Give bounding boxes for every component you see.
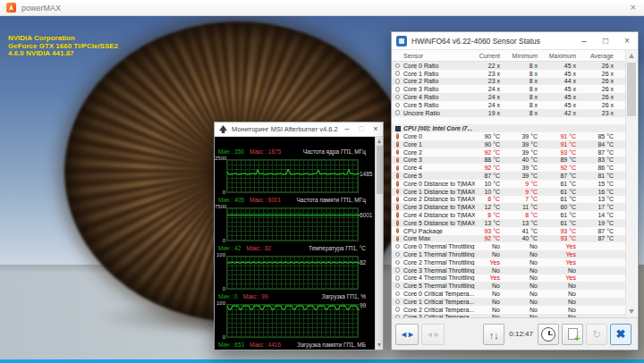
sensor-row[interactable]: Core 2 Thermal ThrottlingYesNoYes — [392, 258, 625, 266]
minimize-button[interactable]: – — [573, 32, 595, 49]
sensor-row[interactable]: Core 3 Thermal ThrottlingNoNoNo — [392, 266, 625, 274]
hwinfo-scrollbar[interactable] — [625, 50, 637, 317]
sensor-row[interactable]: Core 5 Ratio24 x8 x45 x26 x — [392, 101, 625, 109]
sensor-value: 22 x — [475, 63, 500, 69]
sensor-value: 91 °C — [538, 133, 576, 139]
sensor-row[interactable]: Core 3 Ratio24 x8 x45 x26 x — [392, 85, 625, 93]
hwinfo-titlebar[interactable]: HWiNFO64 v6.22-4060 Sensor Status – □ × — [392, 32, 638, 50]
sensor-name: Core 0 Critical Tempera... — [403, 291, 475, 297]
sensor-row[interactable]: Core 090 °C39 °C91 °C85 °C — [392, 132, 625, 140]
sensor-value: 26 x — [576, 71, 614, 77]
maximize-button[interactable]: □ — [354, 122, 369, 136]
sensor-row[interactable]: Core 2 Ratio23 x8 x44 x26 x — [392, 78, 625, 86]
scroll-thumb[interactable] — [627, 63, 636, 116]
afterburner-window: Мониторинг MSI Afterburner v4.6.2 – □ × … — [214, 122, 384, 350]
sensor-row[interactable]: Core 3 Distance to TjMAX12 °C11 °C60 °C1… — [392, 203, 625, 211]
sensor-row[interactable]: Core 1 Ratio23 x8 x45 x26 x — [392, 70, 625, 78]
powermax-titlebar[interactable]: powerMAX × — [0, 0, 644, 16]
graph-plot[interactable] — [226, 304, 359, 338]
scroll-up-icon[interactable] — [629, 54, 634, 58]
sensor-row[interactable]: Core 0 Critical Tempera...NoNoNo — [392, 290, 625, 298]
afterburner-scrollbar[interactable] — [375, 137, 383, 350]
sensor-value: 92 °C — [475, 165, 500, 171]
sensor-row[interactable]: Core 388 °C40 °C89 °C83 °C — [392, 156, 625, 165]
sensor-row[interactable]: Core 4 Ratio24 x8 x45 x26 x — [392, 93, 625, 101]
column-current[interactable]: Current — [475, 53, 500, 59]
graph-current-value: 1485 — [360, 171, 376, 177]
sensor-row[interactable]: Core 587 °C39 °C87 °C81 °C — [392, 172, 625, 180]
sensor-table-header[interactable]: Sensor Current Minimum Maximum Average — [392, 50, 638, 62]
close-sensors-button[interactable]: ✖ — [610, 324, 631, 345]
sensor-value: 8 °C — [475, 196, 500, 202]
sensor-name: Core 0 — [403, 133, 475, 139]
graph-plot[interactable] — [226, 159, 359, 193]
column-minimum[interactable]: Minimum — [500, 53, 538, 59]
sensor-row[interactable]: Core 1 Critical Tempera...NoNoNo — [392, 298, 625, 306]
nav-back-forward-disabled-button[interactable]: ◄► — [421, 324, 445, 345]
graph-max-value: Макс : 4416 — [250, 342, 281, 350]
monitor-graph-panel[interactable]: Мин : 350Макс : 1875Частота ядра ГП1, МГ… — [215, 148, 368, 197]
reset-minmax-button[interactable]: ↑↓ — [483, 324, 504, 345]
sensor-row[interactable]: Core 1 Thermal ThrottlingNoNoYes — [392, 250, 625, 258]
gauge-icon — [395, 63, 401, 69]
refresh-settings-button[interactable]: ↻ — [586, 324, 607, 345]
monitor-graph-panel[interactable]: Мин : 42Макс : 82Температура ГП1, °C1000… — [215, 245, 368, 293]
maximize-button[interactable]: □ — [595, 32, 616, 49]
sensor-value: 61 °C — [538, 220, 576, 226]
sensor-row[interactable]: Core 2 Distance to TjMAX8 °C7 °C61 °C13 … — [392, 196, 625, 204]
sensor-value: 92 °C — [475, 149, 500, 156]
scroll-thumb[interactable] — [377, 146, 383, 194]
column-average[interactable]: Average — [576, 53, 614, 59]
sensor-section-row[interactable]: CPU [#0]: Intel Core i7... — [392, 124, 625, 132]
sensor-row[interactable]: Core 0 Distance to TjMAX10 °C9 °C61 °C15… — [392, 180, 625, 188]
sensor-value: 23 x — [475, 71, 500, 77]
sensor-row[interactable]: Core 0 Ratio22 x8 x45 x26 x — [392, 62, 625, 70]
sensor-row[interactable]: Core 1 Distance to TjMAX10 °C9 °C61 °C16… — [392, 188, 625, 196]
close-button[interactable]: × — [369, 122, 383, 136]
sensor-row[interactable]: CPU Package93 °C41 °C93 °C87 °C — [392, 227, 625, 235]
monitor-graph-panel[interactable]: Мин : 0Макс : 99Загрузка ГП1, %100099 — [215, 293, 368, 342]
sensor-row[interactable]: Core 2 Critical Tempera...NoNoNo — [392, 306, 625, 314]
nav-arrows-icon: ◄► — [426, 330, 440, 339]
graph-current-value: 6001 — [360, 212, 376, 218]
sensor-value: 8 x — [500, 71, 538, 77]
monitor-graph-panel[interactable]: Мин : 405Макс : 6001Частота памяти ГП1, … — [215, 197, 368, 245]
graph-plot[interactable] — [226, 207, 359, 241]
scroll-up-icon[interactable] — [377, 139, 381, 143]
graph-plot[interactable] — [226, 256, 359, 290]
sensor-row[interactable]: Core 0 Thermal ThrottlingNoNoYes — [392, 242, 625, 250]
sensor-row[interactable]: Core 190 °C39 °C91 °C84 °C — [392, 140, 625, 148]
afterburner-titlebar[interactable]: Мониторинг MSI Afterburner v4.6.2 – □ × — [215, 122, 383, 137]
sensor-value: 39 °C — [500, 149, 538, 156]
close-button[interactable]: × — [616, 32, 638, 49]
column-maximum[interactable]: Maximum — [538, 53, 576, 59]
axis-bottom-label: 0 — [215, 286, 225, 291]
sensor-row[interactable]: Core 4 Thermal ThrottlingYesNoYes — [392, 274, 625, 283]
sensor-row[interactable]: Core 492 °C39 °C92 °C86 °C — [392, 164, 625, 172]
sensor-row[interactable]: Core 4 Distance to TjMAX8 °C8 °C61 °C14 … — [392, 211, 625, 219]
sensor-row[interactable]: Uncore Ratio19 x8 x42 x23 x — [392, 109, 625, 117]
clock-button[interactable] — [538, 324, 559, 345]
logging-start-button[interactable] — [562, 324, 583, 345]
close-x-icon: ✖ — [616, 328, 626, 340]
sensor-value: 8 °C — [500, 212, 538, 218]
sensor-row[interactable]: Core 5 Distance to TjMAX13 °C13 °C61 °C1… — [392, 219, 625, 227]
scroll-down-icon[interactable] — [629, 309, 634, 314]
monitor-graph-panel[interactable]: Мин : 653Макс : 4416Загрузка памяти ГП1,… — [215, 342, 368, 350]
minimize-button[interactable]: – — [340, 122, 354, 136]
column-sensor[interactable]: Sensor — [403, 53, 475, 59]
sensor-value: 8 x — [500, 110, 538, 116]
sensor-row[interactable]: Core 292 °C39 °C93 °C87 °C — [392, 148, 625, 156]
sensor-row[interactable]: Core 5 Thermal ThrottlingNoNoNo — [392, 282, 625, 290]
sensor-row[interactable]: Core Max92 °C40 °C93 °C87 °C — [392, 235, 625, 243]
sensor-value: 91 °C — [538, 141, 576, 148]
powermax-close-icon[interactable]: × — [631, 3, 636, 13]
sensor-value: 45 x — [538, 102, 576, 108]
sensor-value: 8 x — [500, 102, 538, 108]
scroll-down-icon[interactable] — [377, 343, 381, 347]
sensor-value: 45 x — [538, 71, 576, 77]
axis-top-label: 100 — [215, 252, 225, 257]
nav-back-forward-button[interactable]: ◄► — [395, 324, 419, 345]
sensor-value: 93 °C — [538, 235, 576, 241]
thermometer-icon — [396, 236, 399, 242]
